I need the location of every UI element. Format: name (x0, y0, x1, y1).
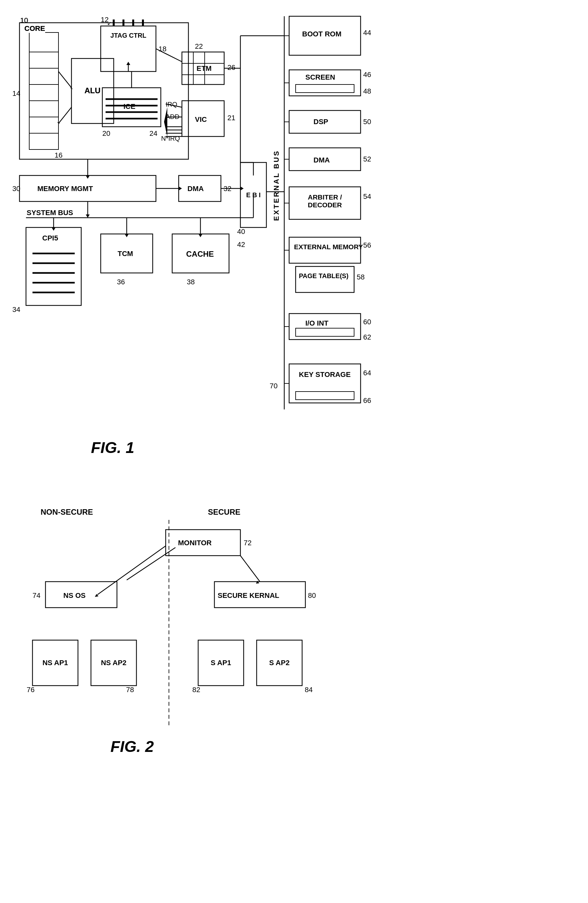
dma2-label: DMA (313, 156, 330, 164)
external-memory-label: EXTERNAL MEMORY (294, 243, 363, 251)
ref-74: 74 (33, 592, 40, 600)
ref-22: 22 (195, 42, 203, 51)
ref-21: 21 (227, 114, 235, 122)
ebi-label: E B I (246, 190, 261, 200)
svg-marker-74 (179, 187, 182, 190)
vic-label: VIC (195, 115, 207, 124)
ref-36: 36 (117, 278, 125, 286)
svg-rect-1 (29, 33, 58, 149)
irq-label: IRQ (166, 101, 178, 108)
screen-label: SCREEN (305, 73, 335, 82)
page-table-label: PAGE TABLE(S) (299, 272, 349, 280)
tcm-label: TCM (118, 250, 133, 258)
external-bus-label: EXTERNAL BUS (272, 150, 281, 221)
ref-76: 76 (27, 686, 35, 694)
svg-marker-63 (86, 214, 90, 218)
ref-34: 34 (13, 305, 20, 314)
svg-line-92 (58, 71, 71, 88)
svg-rect-47 (296, 392, 354, 400)
ns-ap1-label: NS AP1 (42, 659, 68, 667)
jtag-ctrl-text: JTAG CTRL (110, 32, 146, 39)
ref-62: 62 (363, 333, 371, 341)
ref-52: 52 (363, 155, 371, 164)
ref-82: 82 (192, 686, 200, 694)
system-bus-label: SYSTEM BUS (27, 209, 73, 217)
ref-20: 20 (102, 129, 110, 138)
svg-marker-78 (126, 62, 130, 65)
ref-80: 80 (308, 592, 316, 600)
ref-46: 46 (363, 71, 371, 79)
svg-line-104 (97, 546, 166, 595)
svg-line-107 (241, 555, 260, 582)
ref-70: 70 (270, 382, 277, 390)
io-int-label: I/O INT (305, 319, 329, 327)
svg-marker-88 (164, 107, 167, 137)
fig2-diagram: NON-SECURE SECURE MONITOR 72 NS OS 74 SE… (6, 494, 588, 884)
ref-44: 44 (363, 28, 371, 37)
secure-kernal-label: SECURE KERNAL (218, 592, 279, 600)
svg-rect-45 (296, 328, 354, 336)
svg-marker-106 (95, 594, 98, 597)
svg-line-110 (127, 547, 175, 580)
s-ap2-label: S AP2 (269, 659, 290, 667)
ref-84: 84 (305, 686, 313, 694)
svg-marker-95 (57, 122, 60, 123)
fig2-title: FIG. 2 (110, 738, 154, 755)
add-label: ADD (166, 113, 179, 121)
ice-label: ICE (123, 102, 135, 111)
svg-line-94 (58, 107, 71, 123)
ref-50: 50 (363, 118, 371, 126)
svg-rect-46 (289, 364, 361, 403)
ref-78: 78 (126, 686, 134, 694)
cpi5-label: CPI5 (42, 234, 58, 242)
fig1-title: FIG. 1 (91, 439, 134, 456)
svg-marker-111 (174, 546, 177, 549)
svg-marker-61 (86, 175, 90, 179)
ref-64: 64 (363, 369, 371, 377)
ref-14: 14 (13, 90, 20, 98)
dma-label: DMA (187, 184, 204, 193)
monitor-label: MONITOR (178, 539, 211, 547)
svg-marker-109 (256, 580, 259, 584)
nirq-label: N*IRQ (161, 135, 180, 142)
svg-marker-93 (70, 88, 73, 90)
ref-58: 58 (357, 273, 365, 282)
dsp-label: DSP (313, 118, 328, 126)
svg-marker-68 (125, 234, 129, 237)
arbiter-label: ARBITER / DECODER (292, 194, 358, 209)
ref-54: 54 (363, 192, 371, 201)
svg-marker-105 (96, 593, 99, 596)
non-secure-label: NON-SECURE (41, 508, 93, 517)
ref-30: 30 (13, 184, 20, 193)
s-ap1-label: S AP1 (211, 659, 231, 667)
cache-label: CACHE (186, 250, 214, 259)
ns-os-label: NS OS (63, 592, 85, 600)
key-storage-label: KEY STORAGE (299, 370, 351, 379)
ref-24: 24 (149, 129, 157, 138)
ref-38: 38 (187, 278, 195, 286)
svg-marker-66 (52, 227, 55, 231)
svg-marker-80 (180, 60, 184, 63)
boot-rom-label: BOOT ROM (302, 30, 341, 38)
etm-label: ETM (197, 64, 211, 73)
fig2-svg (6, 494, 588, 884)
ref-32: 32 (223, 184, 231, 193)
ref-18: 18 (159, 45, 166, 53)
fig1-diagram: 10 10 ↙ CORE CORE 12 ↙ ALU ALU JTAG CTRL… (6, 6, 588, 488)
svg-marker-112 (125, 578, 128, 582)
svg-rect-38 (296, 85, 354, 93)
svg-marker-108 (258, 580, 261, 583)
ref-16: 16 (55, 151, 62, 160)
svg-marker-70 (198, 234, 203, 237)
ref-60: 60 (363, 318, 371, 326)
ref-66: 66 (363, 396, 371, 405)
ref-56: 56 (363, 241, 371, 250)
ref-42: 42 (237, 241, 245, 249)
ns-ap2-label: NS AP2 (101, 659, 127, 667)
ref-48: 48 (363, 87, 371, 96)
memory-mgmt-label: MEMORY MGMT (37, 184, 93, 193)
ref-40: 40 (237, 227, 245, 236)
ref-72: 72 (244, 539, 252, 547)
secure-label: SECURE (208, 508, 241, 517)
ref-26: 26 (227, 63, 235, 72)
